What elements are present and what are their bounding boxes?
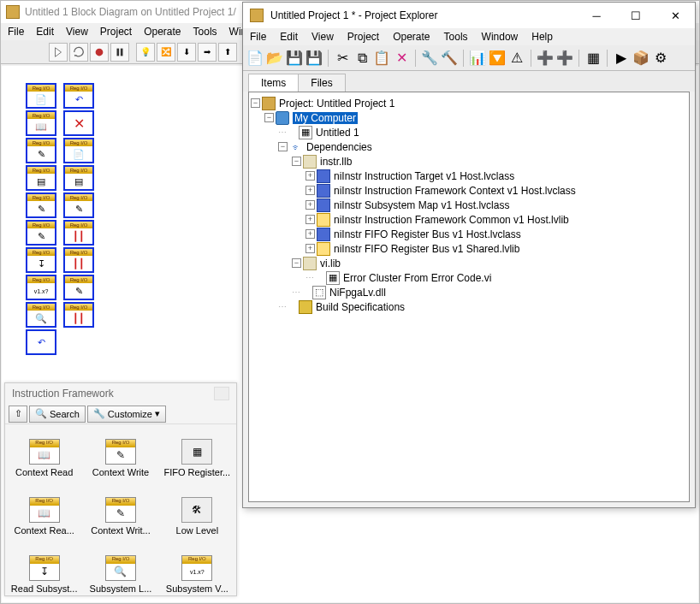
palette-item[interactable]: Reg I/Ov1.x?Subsystem V... <box>160 546 234 602</box>
new-vi-icon[interactable]: 📄 <box>246 50 264 67</box>
pal-item[interactable]: ↶ <box>26 329 56 355</box>
bd-menu-file[interactable]: File <box>8 26 24 38</box>
paste-icon[interactable]: 📋 <box>373 50 390 67</box>
pe-menu-window[interactable]: Window <box>482 31 519 43</box>
pal-item[interactable]: Reg I/O✎ <box>26 220 56 246</box>
tree-row[interactable]: −ᯤDependencies <box>251 139 687 154</box>
step-out-button[interactable]: ⬆ <box>218 43 237 62</box>
tree-toggle[interactable]: + <box>306 186 315 195</box>
pal-item[interactable]: Reg I/O✎ <box>26 138 56 163</box>
pal-item[interactable]: Reg I/O┃┃ <box>63 247 94 273</box>
palette-item[interactable]: Reg I/O✎Context Write <box>83 429 157 486</box>
step-over-button[interactable]: ➡ <box>198 43 217 62</box>
pal-item[interactable]: ✕ <box>63 110 94 136</box>
run-continuous-button[interactable] <box>69 43 88 62</box>
palette-up-button[interactable]: ⇧ <box>9 406 27 423</box>
tree-toggle[interactable]: + <box>306 229 315 239</box>
open-icon[interactable]: 📂 <box>266 50 283 67</box>
save-icon[interactable]: 💾 <box>286 50 303 67</box>
pal-item[interactable]: Reg I/O▤ <box>63 165 94 191</box>
tree-row[interactable]: ⋯Build Specifications <box>251 299 687 314</box>
pal-item[interactable]: Reg I/O✎ <box>26 192 56 218</box>
palette-customize-button[interactable]: 🔧 Customize▾ <box>87 406 166 423</box>
tree-row[interactable]: ⋯⬚NiFpgaLv.dll <box>251 285 687 299</box>
abort-button[interactable] <box>90 43 109 62</box>
tree-toggle[interactable]: − <box>278 142 288 151</box>
bd-menu-tools[interactable]: Tools <box>193 26 217 38</box>
pal-item[interactable]: Reg I/O↶ <box>63 83 94 109</box>
palette-pin-button[interactable] <box>214 387 229 400</box>
tree-row[interactable]: ⋯▦Untitled 1 <box>251 125 687 139</box>
tree-toggle[interactable]: + <box>306 171 315 181</box>
tree-toggle[interactable]: + <box>306 244 315 253</box>
tree-toggle[interactable]: − <box>264 113 274 122</box>
build-icon[interactable]: ⚙ <box>652 50 669 67</box>
palette-item[interactable]: Reg I/O✎Context Writ... <box>83 488 157 544</box>
tab-items[interactable]: Items <box>248 74 299 92</box>
tree-row[interactable]: +niInstr Instruction Framework Common v1… <box>251 212 687 227</box>
tree-row[interactable]: +niInstr Instruction Target v1 Host.lvcl… <box>251 169 687 183</box>
project-tree[interactable]: −Project: Untitled Project 1−My Computer… <box>248 92 690 502</box>
palette-item[interactable]: Reg I/O🔍Subsystem L... <box>83 546 157 602</box>
palette-item[interactable]: Reg I/O📖Context Rea... <box>7 488 81 544</box>
pal-item[interactable]: Reg I/O┃┃ <box>63 302 94 328</box>
bd-menu-view[interactable]: View <box>66 26 88 38</box>
minimize-button[interactable]: ─ <box>577 3 616 28</box>
pal-item[interactable]: Reg I/O↧ <box>26 247 56 273</box>
tree-row[interactable]: −My Computer <box>251 110 687 125</box>
filter-icon[interactable]: 🔽 <box>489 50 506 67</box>
tree-row[interactable]: ⋯▦Error Cluster From Error Code.vi <box>251 270 687 285</box>
pe-menu-tools[interactable]: Tools <box>444 31 468 43</box>
pal-item[interactable]: Reg I/O🔍 <box>26 302 56 328</box>
pe-menu-edit[interactable]: Edit <box>280 31 298 43</box>
pal-item[interactable]: Reg I/Ov1.x? <box>26 275 56 300</box>
palette-item[interactable]: Reg I/O📖Context Read <box>7 429 81 486</box>
pal-item[interactable]: Reg I/O📄 <box>63 138 94 163</box>
tree-row[interactable]: −Project: Untitled Project 1 <box>251 96 687 110</box>
pe-menu-help[interactable]: Help <box>531 31 553 43</box>
tree-row[interactable]: +niInstr FIFO Register Bus v1 Host.lvcla… <box>251 227 687 241</box>
maximize-button[interactable]: ☐ <box>616 3 656 28</box>
tree-row[interactable]: +niInstr Subsystem Map v1 Host.lvclass <box>251 198 687 212</box>
close-button[interactable]: ✕ <box>656 3 695 28</box>
tree-row[interactable]: +niInstr FIFO Register Bus v1 Shared.lvl… <box>251 241 687 256</box>
tab-files[interactable]: Files <box>298 74 345 92</box>
add-icon[interactable]: ➕ <box>537 50 554 67</box>
tree-row[interactable]: −instr.llb <box>251 154 687 169</box>
step-into-button[interactable]: ⬇ <box>177 43 196 62</box>
tree-row[interactable]: −vi.lib <box>251 256 687 270</box>
pe-menu-view[interactable]: View <box>311 31 334 43</box>
pal-item[interactable]: Reg I/O┃┃ <box>63 220 94 246</box>
lib-icon[interactable]: ▦ <box>584 50 602 67</box>
copy-icon[interactable]: ⧉ <box>353 50 371 67</box>
pal-item[interactable]: Reg I/O✎ <box>63 275 94 300</box>
pe-menu-file[interactable]: File <box>250 31 266 43</box>
delete-icon[interactable]: ✕ <box>393 50 410 67</box>
source-control-icon[interactable]: 🔧 <box>421 50 438 67</box>
retain-wire-button[interactable]: 🔀 <box>157 43 175 62</box>
save-all-icon[interactable]: 💾 <box>306 50 323 67</box>
add-folder-icon[interactable]: ➕ <box>556 50 573 67</box>
pal-item[interactable]: Reg I/O▤ <box>26 165 56 191</box>
pal-item[interactable]: Reg I/O📄 <box>26 83 56 109</box>
bd-menu-operate[interactable]: Operate <box>144 26 181 38</box>
palette-search-button[interactable]: 🔍 Search <box>29 406 86 423</box>
distribute-icon[interactable]: 📦 <box>632 50 650 67</box>
tree-toggle[interactable]: − <box>292 157 301 166</box>
resolve-icon[interactable]: 🔨 <box>441 50 458 67</box>
run-icon[interactable]: ▶ <box>613 50 630 67</box>
pe-menu-operate[interactable]: Operate <box>393 31 430 43</box>
cut-icon[interactable]: ✂ <box>334 50 351 67</box>
pal-item[interactable]: Reg I/O📖 <box>26 110 56 136</box>
pe-menu-project[interactable]: Project <box>347 31 379 43</box>
bd-menu-project[interactable]: Project <box>100 26 132 38</box>
palette-item[interactable]: 🛠Low Level <box>160 488 234 544</box>
pause-button[interactable] <box>110 43 129 62</box>
palette-item[interactable]: Reg I/O↧Read Subsyst... <box>7 546 81 602</box>
tree-toggle[interactable]: − <box>292 258 301 268</box>
palette-item[interactable]: ▦FIFO Register... <box>160 429 234 486</box>
tree-row[interactable]: +niInstr Instruction Framework Context v… <box>251 183 687 198</box>
tree-toggle[interactable]: − <box>251 98 260 108</box>
properties-icon[interactable]: 📊 <box>469 50 486 67</box>
tree-toggle[interactable]: + <box>306 200 315 210</box>
